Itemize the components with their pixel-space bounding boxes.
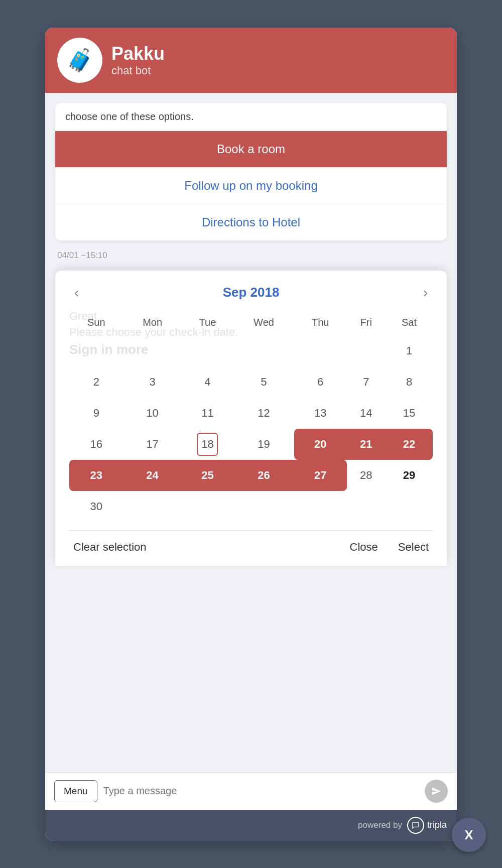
cal-day-14[interactable]: 14 — [347, 398, 386, 429]
options-card: choose one of these options. Book a room… — [55, 103, 447, 240]
cal-day-8[interactable]: 8 — [386, 366, 433, 398]
follow-up-button[interactable]: Follow up on my booking — [55, 167, 447, 204]
select-date-button[interactable]: Select — [394, 539, 433, 556]
cal-day-1[interactable]: 1 — [386, 335, 433, 366]
message-timestamp: 04/01 −15:10 — [55, 251, 447, 261]
cal-week-3: 9 10 11 12 13 14 15 — [69, 398, 433, 429]
cal-day-24[interactable]: 24 — [123, 460, 182, 491]
cal-day-26[interactable]: 26 — [233, 460, 294, 491]
cal-day-empty — [69, 335, 123, 366]
days-of-week-row: Sun Mon Tue Wed Thu Fri Sat — [69, 313, 433, 335]
calendar-picker: Great Please choose your check-in date. … — [55, 271, 447, 566]
cal-day-empty — [347, 491, 386, 522]
cal-day-empty — [123, 491, 182, 522]
dow-mon: Mon — [123, 313, 182, 335]
cal-day-30[interactable]: 30 — [69, 491, 123, 522]
tripla-logo: tripla — [407, 817, 447, 834]
cal-day-21[interactable]: 21 — [347, 429, 386, 460]
cal-day-27[interactable]: 27 — [294, 460, 347, 491]
input-bar: Menu — [45, 772, 457, 810]
cal-day-empty — [294, 491, 347, 522]
dow-sat: Sat — [386, 313, 433, 335]
cal-day-empty — [182, 491, 234, 522]
cal-day-empty — [182, 335, 234, 366]
cal-day-2[interactable]: 2 — [69, 366, 123, 398]
cal-week-5: 23 24 25 26 27 28 29 — [69, 460, 433, 491]
cal-day-17[interactable]: 17 — [123, 429, 182, 460]
chat-bubble-icon — [412, 821, 420, 829]
cal-day-11[interactable]: 11 — [182, 398, 234, 429]
cal-day-7[interactable]: 7 — [347, 366, 386, 398]
clear-selection-button[interactable]: Clear selection — [69, 539, 151, 556]
cal-day-empty — [233, 491, 294, 522]
cal-day-empty — [123, 335, 182, 366]
next-month-button[interactable]: › — [418, 283, 433, 303]
cal-day-empty — [233, 335, 294, 366]
dow-tue: Tue — [182, 313, 234, 335]
chat-widget: 🧳 Pakku chat bot choose one of these opt… — [45, 28, 457, 841]
robot-icon: 🧳 — [66, 47, 94, 73]
cal-day-25[interactable]: 25 — [182, 460, 234, 491]
message-input[interactable] — [103, 785, 419, 797]
cal-footer-right: Close Select — [346, 539, 433, 556]
cal-day-29[interactable]: 29 — [386, 460, 433, 491]
cal-day-empty — [386, 491, 433, 522]
cal-week-4: 16 17 18 19 20 21 22 — [69, 429, 433, 460]
powered-text: powered by — [358, 820, 402, 830]
cal-day-9[interactable]: 9 — [69, 398, 123, 429]
calendar-grid: Sun Mon Tue Wed Thu Fri Sat — [69, 313, 433, 522]
send-icon — [431, 786, 441, 796]
prev-month-button[interactable]: ‹ — [69, 283, 84, 303]
calendar-footer: Clear selection Close Select — [69, 539, 433, 556]
cal-day-3[interactable]: 3 — [123, 366, 182, 398]
cal-day-23[interactable]: 23 — [69, 460, 123, 491]
cal-week-6: 30 — [69, 491, 433, 522]
bot-avatar: 🧳 — [57, 38, 102, 83]
powered-bar: powered by tripla — [45, 810, 457, 841]
cal-day-5[interactable]: 5 — [233, 366, 294, 398]
tripla-bubble-icon — [407, 817, 424, 834]
cal-separator — [69, 530, 433, 531]
cal-day-empty — [347, 335, 386, 366]
header-text: Pakku chat bot — [111, 43, 165, 77]
cal-day-18[interactable]: 18 — [182, 429, 234, 460]
options-intro: choose one of these options. — [55, 103, 447, 131]
close-widget-button[interactable]: X — [452, 818, 486, 852]
cal-day-15[interactable]: 15 — [386, 398, 433, 429]
tripla-brand: tripla — [427, 820, 447, 830]
directions-button[interactable]: Directions to Hotel — [55, 204, 447, 240]
bot-name: Pakku — [111, 43, 165, 64]
dow-fri: Fri — [347, 313, 386, 335]
send-button[interactable] — [425, 780, 448, 803]
dow-sun: Sun — [69, 313, 123, 335]
menu-button[interactable]: Menu — [54, 780, 97, 802]
cal-day-4[interactable]: 4 — [182, 366, 234, 398]
month-title: Sep 2018 — [223, 285, 280, 300]
cal-day-empty — [294, 335, 347, 366]
bot-subtitle: chat bot — [111, 64, 165, 77]
dow-wed: Wed — [233, 313, 294, 335]
cal-week-2: 2 3 4 5 6 7 8 — [69, 366, 433, 398]
chat-body: choose one of these options. Book a room… — [45, 93, 457, 772]
cal-day-12[interactable]: 12 — [233, 398, 294, 429]
book-room-button[interactable]: Book a room — [55, 131, 447, 167]
cal-day-20[interactable]: 20 — [294, 429, 347, 460]
cal-day-19[interactable]: 19 — [233, 429, 294, 460]
cal-day-28[interactable]: 28 — [347, 460, 386, 491]
cal-day-10[interactable]: 10 — [123, 398, 182, 429]
close-calendar-button[interactable]: Close — [346, 539, 382, 556]
calendar-header: ‹ Sep 2018 › — [69, 283, 433, 303]
cal-week-1: 1 — [69, 335, 433, 366]
cal-day-13[interactable]: 13 — [294, 398, 347, 429]
chat-header: 🧳 Pakku chat bot — [45, 28, 457, 93]
cal-day-16[interactable]: 16 — [69, 429, 123, 460]
dow-thu: Thu — [294, 313, 347, 335]
cal-day-6[interactable]: 6 — [294, 366, 347, 398]
cal-day-22[interactable]: 22 — [386, 429, 433, 460]
